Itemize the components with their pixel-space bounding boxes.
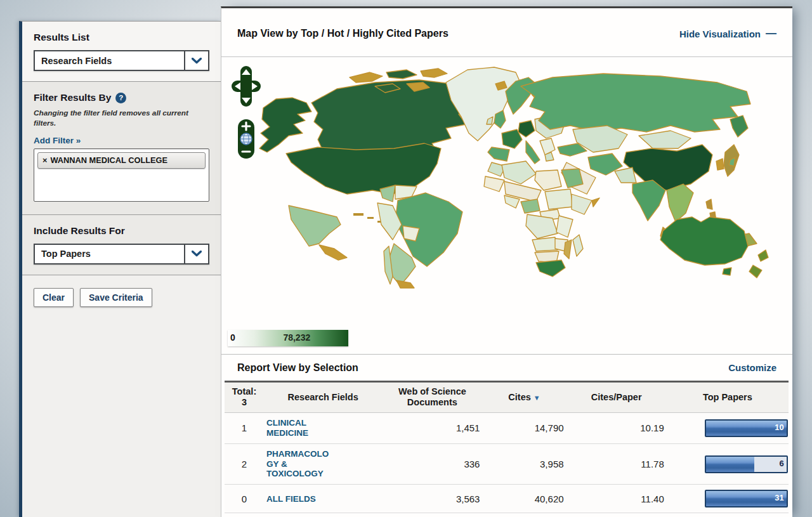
map-view-title: Map View by Top / Hot / Highly Cited Pap… (237, 28, 449, 39)
report-table: Total: 3 Research Fields Web of Science … (225, 381, 789, 513)
filter-results-heading: Filter Results By (34, 92, 111, 103)
legend-max-value: 78,232 (283, 332, 310, 343)
column-header-wos-documents[interactable]: Web of Science Documents (382, 382, 482, 413)
sidebar-actions: Clear Save Criteria (22, 275, 221, 317)
map-view-header: Map View by Top / Hot / Highly Cited Pap… (221, 8, 792, 57)
include-results-dropdown-value: Top Papers (35, 245, 184, 263)
include-results-section: Include Results For Top Papers (22, 215, 221, 275)
chevron-down-icon (184, 245, 208, 263)
total-value: 3 (227, 397, 261, 408)
column-header-top-papers[interactable]: Top Papers (667, 382, 789, 413)
cites-header-label: Cites (508, 392, 530, 402)
hide-visualization-label: Hide Visualization (679, 29, 761, 39)
include-results-heading: Include Results For (34, 225, 209, 237)
main-panel: Map View by Top / Hot / Highly Cited Pap… (221, 6, 792, 517)
filter-note: Changing the filter field removes all cu… (34, 108, 209, 129)
filter-results-section: Filter Results By ? Changing the filter … (22, 82, 221, 215)
row-cites: 40,620 (482, 485, 566, 513)
column-header-research-fields[interactable]: Research Fields (264, 382, 382, 413)
total-label: Total: (227, 386, 261, 397)
row-cites: 3,958 (482, 443, 566, 485)
results-list-dropdown[interactable]: Research Fields (34, 50, 209, 71)
top-papers-bar-fill (706, 457, 754, 472)
row-cites: 14,790 (482, 412, 566, 443)
top-papers-bar[interactable]: 31 (705, 490, 788, 507)
row-rank: 0 (225, 485, 264, 513)
help-icon[interactable]: ? (115, 93, 126, 103)
sort-desc-icon: ▼ (534, 394, 540, 402)
results-list-heading: Results List (34, 32, 209, 43)
chevron-down-icon (184, 51, 208, 70)
filter-chip-label: WANNAN MEDICAL COLLEGE (50, 155, 167, 165)
top-papers-value: 6 (780, 459, 784, 468)
remove-icon[interactable]: × (43, 155, 47, 165)
report-table-header-row: Total: 3 Research Fields Web of Science … (225, 382, 789, 413)
row-cites-per-paper: 10.19 (566, 412, 667, 443)
results-list-section: Results List Research Fields (22, 22, 221, 82)
row-documents: 3,563 (382, 485, 482, 513)
add-filter-link[interactable]: Add Filter » (34, 136, 81, 145)
field-link[interactable]: PHARMACOLOGY & TOXICOLOGY (266, 449, 335, 480)
row-rank: 1 (225, 412, 264, 443)
row-documents: 1,451 (382, 412, 482, 443)
field-link[interactable]: ALL FIELDS (266, 494, 335, 504)
customize-link[interactable]: Customize (728, 362, 776, 373)
total-count-header: Total: 3 (225, 382, 264, 413)
top-papers-value: 10 (775, 422, 783, 432)
legend-min-value: 0 (230, 332, 235, 343)
column-header-cites-per-paper[interactable]: Cites/Paper (566, 382, 667, 413)
globe-icon (240, 133, 252, 145)
row-cites-per-paper: 11.78 (566, 443, 667, 485)
row-documents: 336 (382, 443, 482, 485)
include-results-dropdown[interactable]: Top Papers (34, 244, 209, 265)
top-papers-bar[interactable]: 6 (705, 455, 788, 473)
world-map[interactable] (223, 58, 783, 322)
filter-chip[interactable]: ×WANNAN MEDICAL COLLEGE (37, 152, 206, 169)
filters-sidebar: Results List Research Fields Filter Resu… (19, 21, 221, 517)
top-papers-value: 31 (775, 493, 783, 502)
hide-visualization-link[interactable]: Hide Visualization — (679, 27, 776, 40)
pan-control[interactable] (232, 66, 261, 108)
collapse-icon: — (766, 27, 776, 40)
table-row: 2 PHARMACOLOGY & TOXICOLOGY 336 3,958 11… (225, 443, 789, 485)
report-view-header: Report View by Selection Customize (221, 354, 792, 381)
column-header-cites[interactable]: Cites ▼ (482, 382, 566, 413)
save-criteria-button[interactable]: Save Criteria (80, 288, 152, 307)
report-view-title: Report View by Selection (237, 362, 358, 374)
row-cites-per-paper: 11.40 (566, 485, 667, 513)
row-rank: 2 (225, 443, 264, 485)
zoom-control[interactable] (237, 119, 256, 160)
top-papers-bar[interactable]: 10 (705, 419, 788, 437)
map-area: 0 78,232 (221, 57, 792, 354)
clear-button[interactable]: Clear (34, 288, 74, 307)
field-link[interactable]: CLINICAL MEDICINE (266, 418, 335, 438)
active-filters-box: ×WANNAN MEDICAL COLLEGE (34, 148, 209, 202)
table-row: 0 ALL FIELDS 3,563 40,620 11.40 31 (225, 485, 789, 513)
results-list-dropdown-value: Research Fields (35, 51, 184, 70)
map-legend: 0 78,232 (228, 330, 348, 346)
table-row: 1 CLINICAL MEDICINE 1,451 14,790 10.19 1… (225, 412, 789, 443)
